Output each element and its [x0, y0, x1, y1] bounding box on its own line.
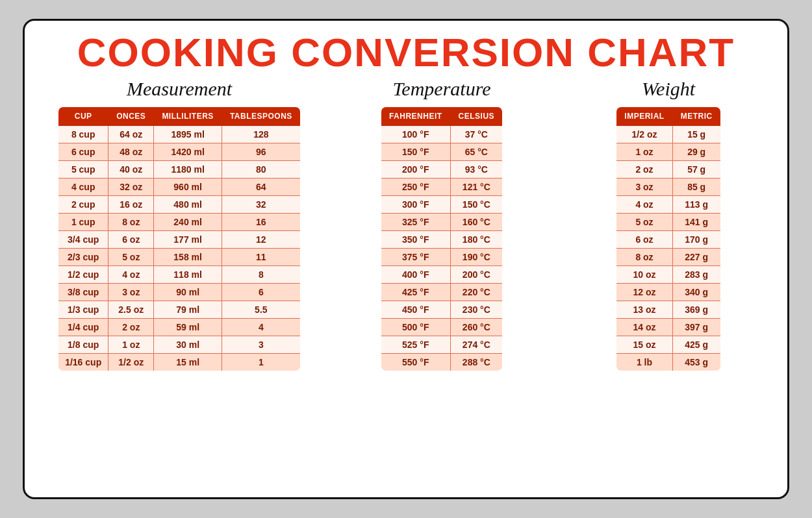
table-row: 1 cup8 oz240 ml16	[58, 214, 301, 231]
table-row: 15 oz425 g	[616, 336, 721, 354]
table-row: 1/4 cup2 oz59 ml4	[58, 319, 301, 336]
table-row: 2/3 cup5 oz158 ml11	[58, 249, 301, 266]
table-row: 200 °F93 °C	[380, 161, 503, 179]
table-row: 3/4 cup6 oz177 ml12	[58, 231, 301, 249]
table-row: 500 °F260 °C	[380, 319, 503, 336]
weight-header-row: IMPERIAL METRIC	[616, 106, 721, 126]
table-row: 1/3 cup2.5 oz79 ml5.5	[58, 301, 301, 319]
section-weight: Weight IMPERIAL METRIC 1/2 oz15 g1 oz29 …	[568, 78, 769, 373]
table-row: 1/8 cup1 oz30 ml3	[58, 336, 301, 354]
table-row: 2 oz57 g	[616, 161, 721, 179]
table-row: 400 °F200 °C	[380, 266, 503, 284]
table-row: 14 oz397 g	[616, 319, 721, 336]
table-row: 12 oz340 g	[616, 284, 721, 301]
table-row: 4 cup32 oz960 ml64	[58, 179, 301, 196]
table-row: 8 oz227 g	[616, 249, 721, 266]
table-row: 13 oz369 g	[616, 301, 721, 319]
temperature-col-f: FAHRENHEIT	[380, 106, 450, 126]
measurement-col-ml: MILLILITERS	[154, 106, 222, 126]
table-row: 300 °F150 °C	[380, 196, 503, 214]
measurement-col-tbsp: TABLESPOONS	[222, 106, 301, 126]
table-row: 1/2 oz15 g	[616, 126, 721, 143]
sections-row: Measurement CUP ONCES MILLILITERS TABLES…	[43, 78, 769, 486]
measurement-header-row: CUP ONCES MILLILITERS TABLESPOONS	[58, 106, 301, 126]
table-row: 5 cup40 oz1180 ml80	[58, 161, 301, 179]
table-row: 4 oz113 g	[616, 196, 721, 214]
table-row: 250 °F121 °C	[380, 179, 503, 196]
table-row: 1 oz29 g	[616, 143, 721, 161]
measurement-col-onces: ONCES	[108, 106, 154, 126]
temperature-col-c: CELSIUS	[450, 106, 503, 126]
table-row: 550 °F288 °C	[380, 354, 503, 372]
table-row: 1/16 cup1/2 oz15 ml1	[58, 354, 301, 372]
table-row: 150 °F65 °C	[380, 143, 503, 161]
table-row: 6 oz170 g	[616, 231, 721, 249]
table-row: 525 °F274 °C	[380, 336, 503, 354]
measurement-title: Measurement	[127, 78, 232, 100]
table-row: 10 oz283 g	[616, 266, 721, 284]
temperature-header-row: FAHRENHEIT CELSIUS	[380, 106, 503, 126]
section-measurement: Measurement CUP ONCES MILLILITERS TABLES…	[43, 78, 316, 373]
table-row: 325 °F160 °C	[380, 214, 503, 231]
main-card: COOKING CONVERSION CHART Measurement CUP…	[23, 19, 789, 499]
measurement-table: CUP ONCES MILLILITERS TABLESPOONS 8 cup6…	[57, 105, 302, 373]
table-row: 2 cup16 oz480 ml32	[58, 196, 301, 214]
table-row: 450 °F230 °C	[380, 301, 503, 319]
temperature-title: Temperature	[392, 78, 490, 100]
section-temperature: Temperature FAHRENHEIT CELSIUS 100 °F37 …	[341, 78, 542, 373]
table-row: 5 oz141 g	[616, 214, 721, 231]
table-row: 3 oz85 g	[616, 179, 721, 196]
weight-title: Weight	[642, 78, 695, 100]
table-row: 8 cup64 oz1895 ml128	[58, 126, 301, 143]
weight-col-metric: METRIC	[672, 106, 721, 126]
table-row: 350 °F180 °C	[380, 231, 503, 249]
table-row: 1/2 cup4 oz118 ml8	[58, 266, 301, 284]
table-row: 1 lb453 g	[616, 354, 721, 372]
measurement-col-cup: CUP	[58, 106, 108, 126]
table-row: 425 °F220 °C	[380, 284, 503, 301]
weight-col-imperial: IMPERIAL	[616, 106, 672, 126]
table-row: 375 °F190 °C	[380, 249, 503, 266]
temperature-table: FAHRENHEIT CELSIUS 100 °F37 °C150 °F65 °…	[379, 105, 504, 373]
page-title: COOKING CONVERSION CHART	[77, 32, 735, 73]
table-row: 100 °F37 °C	[380, 126, 503, 143]
weight-table: IMPERIAL METRIC 1/2 oz15 g1 oz29 g2 oz57…	[615, 105, 722, 373]
table-row: 6 cup48 oz1420 ml96	[58, 143, 301, 161]
table-row: 3/8 cup3 oz90 ml6	[58, 284, 301, 301]
